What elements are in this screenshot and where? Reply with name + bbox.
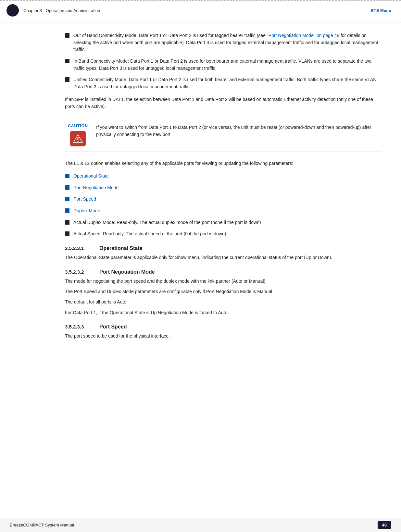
bullet-icon	[65, 185, 69, 190]
section-3523-2-body: The mode for negotiating the port speed …	[65, 278, 382, 316]
section-3523-1-heading: 3.5.2.3.1 Operational State	[65, 245, 382, 251]
actual-duplex-text: Actual Duplex Mode: Read-only. The actua…	[73, 219, 382, 226]
bullet-icon	[65, 197, 69, 201]
list-item: Unified Connectivity Mode: Data Port 1 o…	[65, 76, 382, 90]
list-item: Actual Speed: Read-only. The actual spee…	[65, 230, 382, 238]
list-item: Operational State	[65, 173, 382, 180]
section-3523-3-heading: 3.5.2.3.3 Port Speed	[65, 324, 382, 330]
section-number: 3.5.2.3.2	[65, 269, 94, 275]
list-item: Out of Band Connectivity Mode: Data Port…	[65, 32, 382, 53]
section-number: 3.5.2.3.3	[65, 324, 94, 329]
list-item: Duplex Mode	[65, 207, 382, 215]
section-label: BTS Menu	[370, 8, 391, 13]
chapter-title: Chapter 3 - Operation and Administration	[23, 8, 100, 13]
caution-text: If you want to switch from Data Port 1 t…	[91, 122, 382, 138]
section-paragraph: The default for all ports is Auto.	[65, 298, 382, 305]
inband-text: In Band Connectivity Mode: Data Port 1 o…	[73, 58, 382, 72]
warning-triangle-icon	[73, 133, 83, 144]
sfp-paragraph: If an SFP is installed in DAT1, the sele…	[65, 96, 382, 110]
port-negotiation-mode-link[interactable]: Port Negotiation Mode	[73, 185, 119, 190]
footer-page-number: 48	[378, 521, 391, 529]
caution-label: CAUTION	[68, 124, 88, 128]
caution-box: CAUTION If you want to switch from Data …	[65, 117, 382, 152]
section-3523-3-body: The port speed to be used for the physic…	[65, 332, 382, 340]
section-paragraph: For Data Port 1, if the Operational Stat…	[65, 309, 382, 316]
section-3523-2-heading: 3.5.2.3.2 Port Negotiation Mode	[65, 269, 382, 275]
section-paragraph: The Operational State parameter is appli…	[65, 254, 382, 261]
param-duplex: Duplex Mode	[73, 207, 382, 215]
parameters-list: Operational State Port Negotiation Mode …	[65, 173, 382, 238]
section-title: Port Negotiation Mode	[99, 269, 155, 275]
list-item: Port Negotiation Mode	[65, 184, 382, 192]
connectivity-mode-list: Out of Band Connectivity Mode: Data Port…	[65, 32, 382, 91]
l1l2-paragraph: The L1 & L2 option enables selecting any…	[65, 160, 382, 167]
bullet-icon	[65, 77, 69, 82]
svg-rect-2	[78, 141, 79, 142]
bullet-icon	[65, 208, 69, 213]
bullet-icon	[65, 231, 69, 236]
list-item: Port Speed	[65, 196, 382, 203]
section-paragraph: The Port Speed and Duplex Mode parameter…	[65, 288, 382, 295]
caution-icon	[70, 131, 86, 146]
main-content: Out of Band Connectivity Mode: Data Port…	[0, 22, 401, 362]
bullet-icon	[65, 59, 69, 63]
port-negotiation-link[interactable]: "Port Negotiation Mode" on page 48	[267, 33, 339, 38]
section-3523-1-body: The Operational State parameter is appli…	[65, 254, 382, 261]
bullet-icon	[65, 174, 69, 178]
unified-text: Unified Connectivity Mode: Data Port 1 o…	[73, 76, 382, 90]
param-port-neg: Port Negotiation Mode	[73, 184, 382, 192]
svg-rect-1	[78, 137, 79, 140]
section-title: Operational State	[99, 245, 142, 251]
param-port-speed: Port Speed	[73, 196, 382, 203]
port-speed-link[interactable]: Port Speed	[73, 196, 96, 202]
bullet-icon	[65, 33, 69, 38]
section-paragraph: The mode for negotiating the port speed …	[65, 278, 382, 285]
page-header: Chapter 3 - Operation and Administration…	[0, 0, 401, 20]
page-footer: BreezeCOMPACT System Manual 48	[0, 518, 401, 532]
oob-text: Out of Band Connectivity Mode: Data Port…	[73, 32, 382, 53]
list-item: Actual Duplex Mode: Read-only. The actua…	[65, 219, 382, 226]
duplex-mode-link[interactable]: Duplex Mode	[73, 208, 100, 213]
bullet-icon	[65, 220, 69, 225]
operational-state-link[interactable]: Operational State	[73, 173, 109, 179]
actual-speed-text: Actual Speed: Read-only. The actual spee…	[73, 230, 382, 238]
param-op-state: Operational State	[73, 173, 382, 180]
caution-label-col: CAUTION	[65, 122, 91, 146]
list-item: In Band Connectivity Mode: Data Port 1 o…	[65, 58, 382, 72]
chapter-icon	[6, 4, 19, 17]
section-paragraph: The port speed to be used for the physic…	[65, 332, 382, 340]
section-title: Port Speed	[99, 324, 127, 330]
section-number: 3.5.2.3.1	[65, 245, 94, 251]
footer-brand: BreezeCOMPACT System Manual	[10, 523, 74, 527]
